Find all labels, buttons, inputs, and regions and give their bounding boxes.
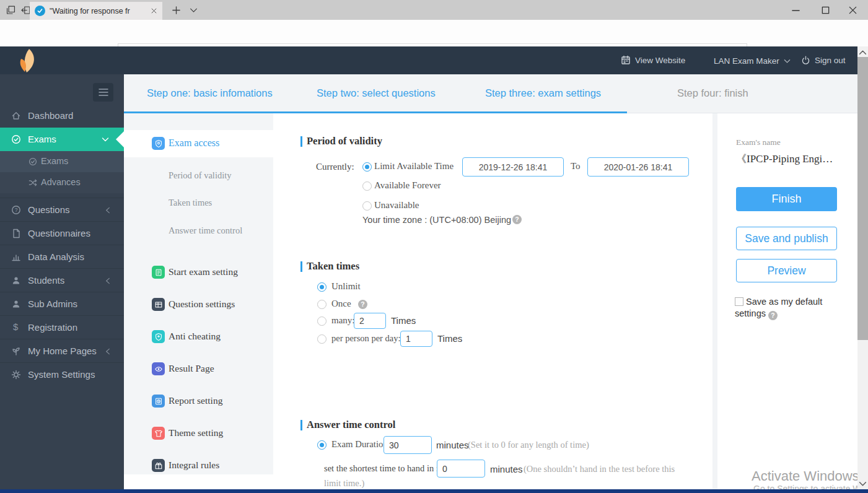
screen: "Waiting for response fr 192.168.131.129… xyxy=(0,0,868,493)
section-accent-bar xyxy=(300,136,302,147)
tab-step-three[interactable]: Step three: exam settings xyxy=(485,87,601,99)
unlimit-label: Unlimit xyxy=(331,281,361,292)
minimize-button[interactable] xyxy=(791,6,800,15)
sidebar-item-questions[interactable]: ? Questions xyxy=(0,198,124,221)
settings-link-answer-time[interactable]: Answer time control xyxy=(169,225,242,236)
settings-nav-start-exam[interactable]: Start exam setting xyxy=(124,259,273,286)
timezone-help-icon[interactable]: ? xyxy=(512,215,522,224)
settings-nav-theme-setting[interactable]: Theme setting xyxy=(124,420,273,447)
section-title-taken-times: Taken times xyxy=(307,260,359,273)
save-default-block: Save as my default settings ? xyxy=(735,296,844,320)
shuffle-icon xyxy=(28,178,37,187)
radio-per-person-per-day[interactable] xyxy=(317,334,327,344)
sidebar-subitem-advances[interactable]: Advances xyxy=(0,172,124,193)
tab-list-chevron-icon[interactable] xyxy=(190,7,198,14)
once-help-icon[interactable]: ? xyxy=(358,300,367,309)
action-panel: Exam's name 《IPCP-Piping Engi… Finish Sa… xyxy=(717,113,857,474)
document-icon xyxy=(11,229,21,238)
tab-step-two[interactable]: Step two: select questions xyxy=(317,87,436,99)
exam-duration-input[interactable] xyxy=(384,436,432,454)
minutes-label: minutes xyxy=(436,440,469,450)
gift-icon xyxy=(152,459,165,472)
browser-tab[interactable]: "Waiting for response fr xyxy=(30,2,162,20)
shortest-note-wrap: limit time.) xyxy=(324,478,364,489)
settings-link-taken-times[interactable]: Taken times xyxy=(169,198,212,208)
radio-limit-available-time[interactable] xyxy=(362,162,372,172)
browser-toolbar: 192.168.131.129:5858/exams.html?view=exa… xyxy=(0,20,868,46)
radio-available-forever[interactable] xyxy=(362,181,372,191)
sidebar-item-exams[interactable]: Exams xyxy=(0,128,124,151)
many-label: many: xyxy=(331,315,355,326)
settings-link-period[interactable]: Period of validity xyxy=(169,170,232,181)
view-website-label: View Website xyxy=(635,56,685,65)
sidebar-item-questionnaires[interactable]: Questionnaires xyxy=(0,221,124,245)
bar-chart-icon xyxy=(11,252,21,262)
radio-exam-duration[interactable] xyxy=(317,440,327,450)
shirt-icon xyxy=(152,427,165,440)
sidebar-item-data-analysis[interactable]: Data Analysis xyxy=(0,245,124,268)
bottom-border-strip xyxy=(0,489,868,493)
panel-divider xyxy=(712,113,717,493)
date-from-input[interactable] xyxy=(462,157,564,177)
many-times-input[interactable] xyxy=(354,313,386,329)
sidebar-item-sub-admins[interactable]: Sub Admins xyxy=(0,292,124,315)
finish-button[interactable]: Finish xyxy=(736,187,837,211)
tab-step-four[interactable]: Step four: finish xyxy=(677,87,748,99)
radio-unlimit[interactable] xyxy=(317,282,327,292)
section-title-period: Period of validity xyxy=(307,135,382,147)
scroll-down-icon[interactable] xyxy=(859,481,867,487)
settings-nav-report-setting[interactable]: Report setting xyxy=(124,388,273,415)
tab-close-icon[interactable] xyxy=(151,7,157,14)
tab-preview-icon[interactable] xyxy=(6,5,16,15)
sidebar-item-registration[interactable]: $ Registration xyxy=(0,315,124,339)
new-tab-icon[interactable] xyxy=(172,6,181,15)
per-day-times-input[interactable] xyxy=(400,331,432,347)
settings-nav-question-settings[interactable]: Question settings xyxy=(124,291,273,318)
person-icon xyxy=(11,299,21,309)
sidebar-item-dashboard[interactable]: Dashboard xyxy=(0,104,124,128)
chevron-down-icon xyxy=(102,137,109,142)
sidebar-collapse-button[interactable] xyxy=(93,83,113,102)
report-clock-icon xyxy=(152,395,165,408)
chevron-left-icon xyxy=(105,277,110,284)
sidebar-item-system-settings[interactable]: System Settings xyxy=(0,362,124,386)
close-button[interactable] xyxy=(848,6,857,15)
sidebar-item-my-home-pages[interactable]: My Home Pages xyxy=(0,339,124,362)
sign-out-button[interactable]: Sign out xyxy=(801,56,846,65)
unavailable-label: Unavailable xyxy=(374,200,419,211)
eye-icon xyxy=(152,362,165,375)
tab-step-one[interactable]: Step one: basic infomations xyxy=(147,87,273,99)
settings-nav-exam-access[interactable]: Exam access xyxy=(124,130,273,157)
settings-nav-integral-rules[interactable]: Integral rules xyxy=(124,452,273,479)
radio-once[interactable] xyxy=(317,300,327,309)
scrollbar-thumb[interactable] xyxy=(857,57,868,340)
duration-note: (Set it to 0 for any length of time) xyxy=(468,440,589,450)
shield-plus-icon xyxy=(152,330,165,343)
currently-label: Currently: xyxy=(316,162,354,172)
settings-nav-result-page[interactable]: Result Page xyxy=(124,356,273,383)
save-and-publish-button[interactable]: Save and publish xyxy=(736,227,837,250)
home-icon xyxy=(11,111,21,121)
date-to-input[interactable] xyxy=(587,157,689,177)
radio-many[interactable] xyxy=(317,316,327,326)
radio-unavailable[interactable] xyxy=(362,201,372,211)
view-website-link[interactable]: View Website xyxy=(621,55,685,65)
page-scrollbar[interactable] xyxy=(857,46,868,493)
sidebar-subitem-exams[interactable]: Exams xyxy=(0,151,124,172)
sidebar-item-students[interactable]: Students xyxy=(0,268,124,292)
leaf-icon xyxy=(11,346,21,356)
user-menu[interactable]: LAN Exam Maker xyxy=(714,56,791,66)
chevron-left-icon xyxy=(105,348,110,355)
preview-button[interactable]: Preview xyxy=(736,259,837,282)
section-accent-bar xyxy=(300,420,302,430)
shortest-note: (One shouldn’t hand in the test before t… xyxy=(524,464,675,474)
shield-pin-icon xyxy=(152,137,165,150)
maximize-button[interactable] xyxy=(821,6,830,15)
save-default-help-icon[interactable]: ? xyxy=(768,311,778,320)
settings-nav-anti-cheating[interactable]: Anti cheating xyxy=(124,323,273,351)
shortest-time-input[interactable] xyxy=(437,460,485,478)
user-name: LAN Exam Maker xyxy=(714,56,779,66)
scroll-up-icon[interactable] xyxy=(859,50,867,55)
site-favicon xyxy=(35,6,45,16)
save-default-checkbox[interactable] xyxy=(735,297,743,306)
